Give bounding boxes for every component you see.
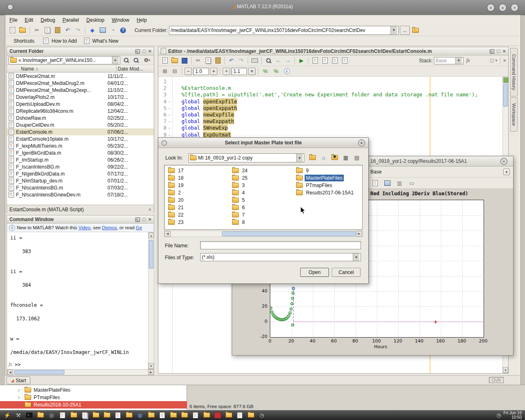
- folder-window-icon[interactable]: [225, 411, 233, 419]
- copy-icon[interactable]: [203, 57, 212, 65]
- file-browser-row[interactable]: ▷MasterPlateFiles: [0, 386, 187, 394]
- breakpoint-margin[interactable]: -: [167, 125, 172, 131]
- folder-window-icon[interactable]: [180, 411, 188, 419]
- save-icon[interactable]: [180, 57, 189, 65]
- search-icon[interactable]: ◎: [48, 411, 55, 419]
- folder-item[interactable]: 9: [295, 167, 362, 174]
- search-folder-icon[interactable]: [122, 56, 130, 64]
- line-number[interactable]: 5: [158, 105, 167, 112]
- current-folder-path-combo[interactable]: /media/data/EASY/InovImager_jwrCF_WINLin…: [169, 26, 399, 35]
- file-row[interactable]: DshowRaw.m02/25/2...: [7, 114, 154, 121]
- folder-window-icon[interactable]: [70, 411, 78, 419]
- code-line[interactable]: 6- global newExpfile: [158, 112, 495, 118]
- maximize-panel-icon[interactable]: □: [143, 217, 146, 222]
- stack-dropdown-icon[interactable]: ▼: [455, 57, 462, 64]
- folder-item[interactable]: 21: [167, 204, 228, 211]
- dialog-menu-icon[interactable]: [162, 140, 167, 146]
- menu-desktop[interactable]: Desktop: [82, 16, 108, 24]
- file-list-header[interactable]: Name △ Date Mod...: [7, 65, 154, 73]
- print-icon[interactable]: [250, 57, 259, 65]
- breakpoint-margin[interactable]: [167, 91, 172, 98]
- folder-list[interactable]: 171819220212223 2425345678 9MasterPlateF…: [164, 165, 363, 230]
- dialog-hscrollbar[interactable]: ◀ ▶: [164, 231, 363, 237]
- folder-item[interactable]: 4: [231, 189, 292, 196]
- file-row[interactable]: EstartConsole10plate.m10/17/2...: [7, 135, 154, 142]
- file-row[interactable]: F_ImStartup.m06/26/2...: [7, 156, 154, 163]
- evaluate-cell-advance-icon[interactable]: %: [272, 67, 281, 75]
- look-in-dropdown-icon[interactable]: ▼: [296, 154, 303, 162]
- close-panel-icon[interactable]: ×: [502, 48, 506, 54]
- browser-icon[interactable]: ◍: [136, 411, 144, 419]
- file-browser-row[interactable]: ▷PTmapFiles: [0, 394, 187, 401]
- undo-icon[interactable]: ↶: [63, 26, 72, 34]
- folder-item[interactable]: Results2017-06-15A1: [295, 189, 362, 196]
- file-name-input[interactable]: [200, 241, 361, 249]
- divide-button[interactable]: ÷: [223, 68, 230, 75]
- actions-gear-icon[interactable]: ⚙▾: [142, 56, 152, 64]
- folder-item[interactable]: 19: [167, 182, 228, 189]
- breakpoint-margin[interactable]: [167, 78, 172, 85]
- stack-combo[interactable]: Base ▼: [434, 57, 463, 64]
- launcher-bolt-icon[interactable]: ⚡: [3, 411, 11, 419]
- code-line[interactable]: 1: [158, 78, 495, 85]
- copy-icon[interactable]: [43, 26, 52, 34]
- figure-stack-dropdown-icon[interactable]: ▼: [503, 169, 510, 175]
- code-line[interactable]: 8- global SWnewExp: [158, 125, 495, 131]
- scrollbar-thumb[interactable]: [222, 231, 356, 236]
- find-icon[interactable]: [264, 57, 273, 65]
- text-editor-icon[interactable]: [114, 411, 122, 419]
- red-app-icon[interactable]: [214, 411, 221, 419]
- tab-workspace[interactable]: Workspace: [510, 97, 518, 132]
- forward-icon[interactable]: →: [283, 57, 292, 65]
- tab-command-history[interactable]: Command History: [510, 48, 518, 96]
- dock-icon[interactable]: ◱: [135, 217, 140, 222]
- line-number[interactable]: 7: [158, 118, 167, 125]
- folder-item[interactable]: 23: [167, 219, 228, 226]
- command-prompt-row[interactable]: fx >>: [9, 361, 21, 368]
- command-output-area[interactable]: ii = 383 ii = 384 fhconsole = 173.1062 w…: [7, 232, 148, 369]
- folder-item[interactable]: 25: [231, 174, 292, 182]
- session-status-icon[interactable]: ◷: [496, 413, 501, 418]
- folder-item[interactable]: 3: [231, 182, 292, 189]
- start-button[interactable]: ◢ Start: [7, 377, 30, 384]
- path-dropdown-icon[interactable]: ▼: [390, 26, 397, 34]
- maximize-panel-icon[interactable]: □: [143, 48, 146, 54]
- breakpoint-margin[interactable]: -: [167, 105, 172, 112]
- documents-icon[interactable]: [81, 411, 89, 419]
- split-screen-icon[interactable]: □: [491, 58, 494, 63]
- line-number[interactable]: 2: [158, 85, 167, 91]
- home-icon[interactable]: ⌂: [319, 153, 328, 162]
- folder-window-icon[interactable]: [92, 411, 100, 419]
- collapse-cell-icon[interactable]: ⊟: [170, 67, 179, 75]
- dock-icon[interactable]: ◱: [489, 48, 494, 54]
- breakpoint-set-icon[interactable]: [320, 57, 329, 65]
- command-hscrollbar[interactable]: ◀ ▶: [7, 369, 154, 375]
- redo-icon[interactable]: ↷: [73, 26, 82, 34]
- files-icon[interactable]: [158, 411, 166, 419]
- new-folder-icon[interactable]: ✱: [330, 153, 339, 162]
- code-line[interactable]: 3 %[file,path] = uiputfile('.mat','Creat…: [158, 91, 495, 98]
- folder-item[interactable]: 8: [231, 219, 292, 226]
- back-icon[interactable]: ←: [274, 57, 283, 65]
- line-number[interactable]: 1: [158, 78, 167, 85]
- new-file-icon[interactable]: [160, 57, 169, 65]
- step-in-icon[interactable]: [340, 57, 349, 65]
- menu-parallel[interactable]: Parallel: [59, 16, 82, 24]
- dock-icon[interactable]: ◱: [135, 48, 140, 54]
- files-of-type-combo[interactable]: (*.xls) ▼: [200, 253, 361, 261]
- command-prompt[interactable]: >>: [15, 362, 21, 368]
- folder-item[interactable]: 7: [231, 211, 292, 219]
- breakpoint-margin[interactable]: -: [167, 112, 172, 118]
- open-file-icon[interactable]: [18, 26, 27, 34]
- legend-icon[interactable]: ▥: [395, 179, 404, 187]
- maximize-button[interactable]: ∧: [499, 4, 507, 11]
- code-line[interactable]: 2 %EstartConsole.m: [158, 85, 495, 91]
- close-file-icon[interactable]: ×: [503, 58, 506, 63]
- file-row[interactable]: F_lexpMultiTseries.m05/23/2...: [7, 142, 154, 149]
- file-row[interactable]: EstartConsole.m07/06/2...: [7, 128, 154, 135]
- cell-value-2-input[interactable]: 1.1: [231, 68, 247, 75]
- open-button[interactable]: Open: [300, 268, 329, 277]
- breakpoint-margin[interactable]: -: [167, 118, 172, 125]
- line-number[interactable]: 3: [158, 91, 167, 98]
- file-browser-row[interactable]: ▷Results2016-10-25A1: [0, 401, 187, 409]
